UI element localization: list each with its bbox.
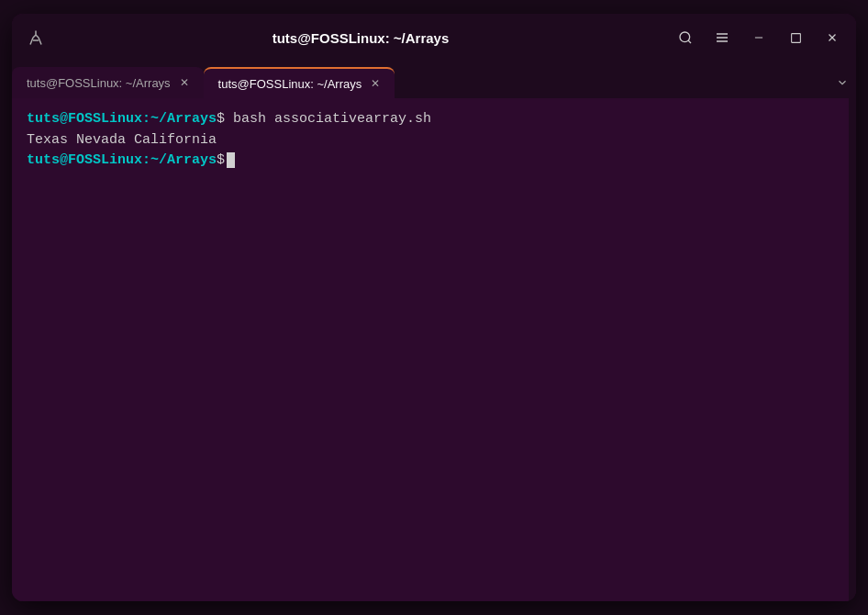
terminal-line-3: tuts@FOSSLinux:~/Arrays$ [27,151,834,172]
minimize-button[interactable] [742,21,775,54]
tab-1-label: tuts@FOSSLinux: ~/Arrays [27,76,171,90]
prompt-3: tuts@FOSSLinux:~/Arrays [27,152,217,168]
tab-2[interactable]: tuts@FOSSLinux: ~/Arrays ✕ [204,67,395,98]
prompt-1: tuts@FOSSLinux:~/Arrays [27,111,217,127]
menu-button[interactable] [706,21,739,54]
command-1: bash associativearray.sh [225,111,431,127]
tab-1-close[interactable]: ✕ [180,76,189,89]
scrollbar[interactable] [849,98,856,601]
svg-point-0 [680,32,690,42]
close-button[interactable] [816,21,849,54]
output-text: Texas Nevada California [27,132,217,148]
tab-chevron[interactable] [829,67,856,98]
dollar-3: $ [217,152,225,168]
terminal-line-2: Texas Nevada California [27,130,834,151]
pin-button[interactable] [19,21,52,54]
terminal-cursor [227,152,235,168]
search-button[interactable] [669,21,702,54]
tab-1[interactable]: tuts@FOSSLinux: ~/Arrays ✕ [12,67,204,98]
window-title: tuts@FOSSLinux: ~/Arrays [52,30,669,46]
terminal-output[interactable]: tuts@FOSSLinux:~/Arrays$ bash associativ… [12,98,849,601]
dollar-1: $ [217,111,225,127]
svg-line-1 [688,40,691,43]
terminal-line-1: tuts@FOSSLinux:~/Arrays$ bash associativ… [27,109,834,130]
tab-2-label: tuts@FOSSLinux: ~/Arrays [218,77,362,91]
terminal-window: tuts@FOSSLinux: ~/Arrays [12,14,856,601]
tab-bar: tuts@FOSSLinux: ~/Arrays ✕ tuts@FOSSLinu… [12,62,856,98]
title-bar: tuts@FOSSLinux: ~/Arrays [12,14,856,62]
title-bar-left [19,21,52,54]
tab-2-close[interactable]: ✕ [371,77,380,90]
title-bar-controls [669,21,849,54]
svg-rect-6 [791,33,800,42]
maximize-button[interactable] [779,21,812,54]
